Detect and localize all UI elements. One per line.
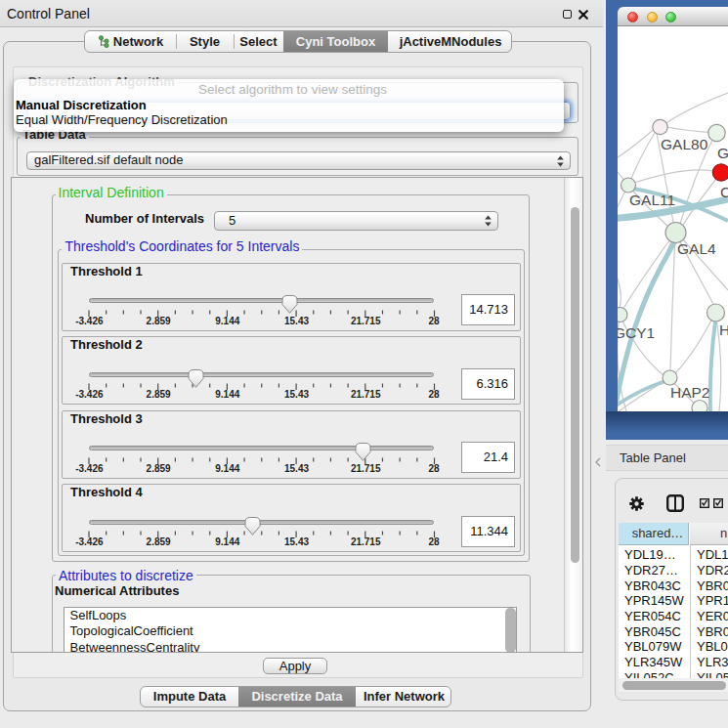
svg-text:GAL11: GAL11 (629, 192, 675, 208)
svg-text:GA: GA (717, 145, 728, 161)
svg-text:HAP2: HAP2 (670, 384, 710, 401)
svg-text:H: H (719, 321, 728, 338)
svg-text:GAL80: GAL80 (661, 136, 708, 152)
svg-text:GCY1: GCY1 (618, 324, 655, 341)
svg-text:CO: CO (720, 184, 728, 200)
svg-text:GAL4: GAL4 (677, 240, 716, 257)
